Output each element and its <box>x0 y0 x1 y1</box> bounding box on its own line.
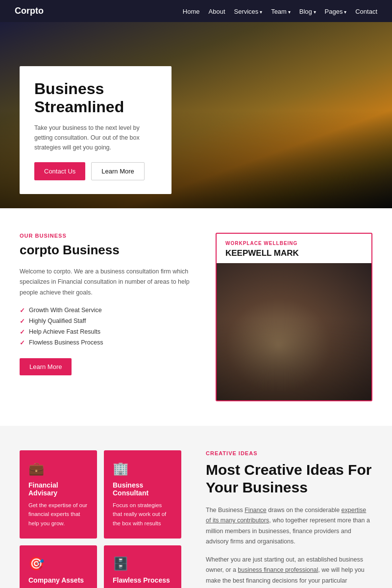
hero-description: Take your business to the next level by … <box>34 123 157 152</box>
nav-services[interactable]: Services <box>234 7 263 16</box>
nav-blog[interactable]: Blog <box>299 7 316 16</box>
services-grid: 💼 Financial Advisary Get the expertise o… <box>20 450 181 588</box>
business-description: Welcome to corpto. We are a business con… <box>20 267 196 298</box>
nav-about[interactable]: About <box>209 7 225 16</box>
assets-title: Company Assets <box>28 576 88 584</box>
services-section: 💼 Financial Advisary Get the expertise o… <box>0 426 392 588</box>
business-section: OUR BUSINESS corpto Business Welcome to … <box>0 208 392 426</box>
process-icon: 🗄️ <box>113 556 172 571</box>
nav-home[interactable]: Home <box>183 7 200 16</box>
svg-point-3 <box>277 293 330 380</box>
svg-rect-12 <box>333 278 362 317</box>
navbar: Corpto Home About Services Team Blog Pag… <box>0 0 392 22</box>
business-left: OUR BUSINESS corpto Business Welcome to … <box>20 233 196 401</box>
keepwell-svg <box>217 263 371 400</box>
business-right: WORKPLACE WELLBEING KEEPWELL MARK <box>216 233 372 401</box>
consultant-icon: 🏢 <box>113 461 172 476</box>
checklist-item-4: Flowless Business Process <box>20 339 196 346</box>
nav-pages[interactable]: Pages <box>325 7 347 16</box>
creative-title: Most Creative Ideas For Your Business <box>206 461 372 496</box>
consultant-desc: Focus on strategies that really work out… <box>113 501 172 528</box>
finance-underline: Finance <box>245 507 266 514</box>
expertise-underline: expertise of its many contributors <box>206 507 366 524</box>
hero-section: Business Streamlined Take your business … <box>0 22 392 208</box>
financial-icon: 💼 <box>28 461 88 476</box>
svg-point-9 <box>258 293 277 313</box>
keepwell-header: WORKPLACE WELLBEING KEEPWELL MARK <box>217 234 371 263</box>
nav-team[interactable]: Team <box>271 7 291 16</box>
svg-point-1 <box>241 298 289 385</box>
financial-desc: Get the expertise of our financial exper… <box>28 501 88 528</box>
svg-rect-11 <box>323 274 371 371</box>
consultant-title: Business Consultant <box>113 481 172 497</box>
creative-desc-2: Whether you are just starting out, an es… <box>206 555 372 588</box>
svg-point-10 <box>287 357 320 374</box>
financial-title: Financial Advisary <box>28 481 88 497</box>
keepwell-tag: WORKPLACE WELLBEING <box>225 241 363 246</box>
contact-us-button[interactable]: Contact Us <box>34 162 85 180</box>
svg-rect-6 <box>243 327 287 375</box>
svg-rect-0 <box>217 264 371 400</box>
svg-point-2 <box>251 289 278 316</box>
svg-point-4 <box>292 282 320 311</box>
checklist-item-1: Growth With Great Service <box>20 307 196 314</box>
business-checklist: Growth With Great Service Highly Qualifi… <box>20 307 196 346</box>
keepwell-image <box>217 263 371 400</box>
process-title: Flawless Process <box>113 576 172 584</box>
nav-contact[interactable]: Contact <box>355 7 377 16</box>
service-card-consultant: 🏢 Business Consultant Focus on strategie… <box>104 450 181 539</box>
navbar-logo[interactable]: Corpto <box>15 6 44 16</box>
keepwell-title: KEEPWELL MARK <box>225 248 363 258</box>
creative-tag: CREATIVE IDEAS <box>206 450 372 456</box>
professional-underline: business finance professional <box>238 566 318 573</box>
hero-title: Business Streamlined <box>34 80 157 116</box>
checklist-item-2: Highly Qualified Staff <box>20 318 196 325</box>
service-card-assets: 🎯 Company Assets We help you manage the … <box>20 545 97 588</box>
hero-content-box: Business Streamlined Take your business … <box>20 66 172 194</box>
svg-point-5 <box>328 291 367 373</box>
svg-rect-7 <box>282 327 330 375</box>
navbar-links: Home About Services Team Blog Pages Cont… <box>183 7 377 16</box>
creative-section: CREATIVE IDEAS Most Creative Ideas For Y… <box>196 450 372 588</box>
checklist-item-3: Help Achieve Fast Results <box>20 328 196 336</box>
business-learn-more-button[interactable]: Learn More <box>20 358 72 375</box>
svg-point-8 <box>296 287 316 307</box>
hero-buttons: Contact Us Learn More <box>34 162 157 180</box>
business-tag: OUR BUSINESS <box>20 233 196 239</box>
service-card-process: 🗄️ Flawless Process Get a flawless smoot… <box>104 545 181 588</box>
learn-more-button[interactable]: Learn More <box>91 162 144 180</box>
keepwell-card: WORKPLACE WELLBEING KEEPWELL MARK <box>216 233 372 401</box>
creative-desc-1: The Business Finance draws on the consid… <box>206 505 372 547</box>
assets-icon: 🎯 <box>28 556 88 571</box>
business-title: corpto Business <box>20 243 196 258</box>
service-card-financial: 💼 Financial Advisary Get the expertise o… <box>20 450 97 539</box>
